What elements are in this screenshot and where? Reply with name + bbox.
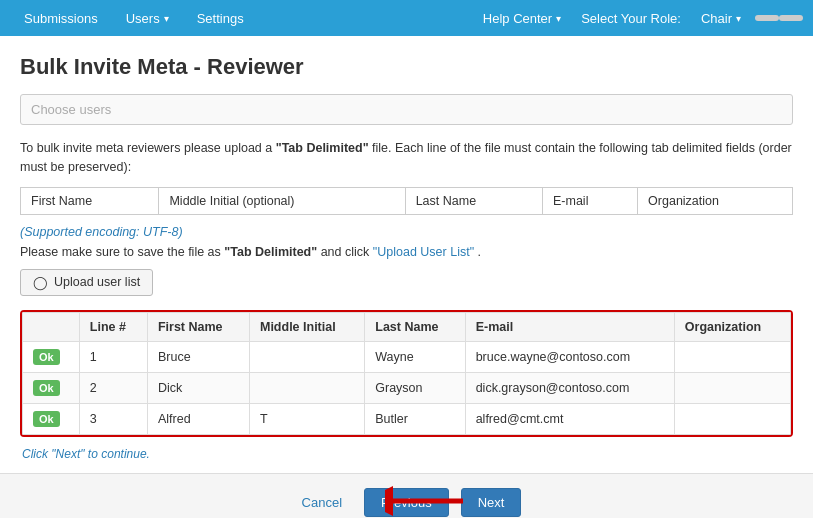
col-header: Organization (674, 312, 790, 341)
col-header: E-mail (465, 312, 674, 341)
tab-delimited-bold2: "Tab Delimited" (224, 245, 317, 259)
table-cell: 1 (79, 341, 147, 372)
field-cell: First Name (21, 187, 159, 214)
table-row: Ok3AlfredTButleralfred@cmt.cmt (23, 403, 791, 434)
table-cell: Dick (147, 372, 249, 403)
upload-user-list-button[interactable]: ◯ Upload user list (20, 269, 153, 296)
main-content: Bulk Invite Meta - Reviewer Choose users… (0, 36, 813, 461)
table-cell: alfred@cmt.cmt (465, 403, 674, 434)
table-cell (674, 341, 790, 372)
table-cell: 2 (79, 372, 147, 403)
field-cell: Last Name (405, 187, 542, 214)
nav-help-center[interactable]: Help Center ▾ (469, 3, 575, 34)
col-header (23, 312, 80, 341)
status-badge: Ok (33, 411, 60, 427)
field-cell: E-mail (542, 187, 637, 214)
table-cell: 3 (79, 403, 147, 434)
next-button[interactable]: Next (461, 488, 522, 517)
table-cell (249, 372, 364, 403)
fields-table: First NameMiddle Initial (optional)Last … (20, 187, 793, 215)
nav-submissions[interactable]: Submissions (10, 3, 112, 34)
data-table: Line #First NameMiddle InitialLast NameE… (22, 312, 791, 435)
tab-delimited-bold: "Tab Delimited" (276, 141, 369, 155)
table-cell: T (249, 403, 364, 434)
encoding-text: (Supported encoding: UTF-8) (20, 225, 793, 239)
upload-icon: ◯ (33, 275, 48, 290)
col-header: First Name (147, 312, 249, 341)
table-header: Line #First NameMiddle InitialLast NameE… (23, 312, 791, 341)
field-cell: Organization (638, 187, 793, 214)
user-pill-1[interactable] (755, 15, 779, 21)
table-cell (249, 341, 364, 372)
table-body: Ok1BruceWaynebruce.wayne@contoso.comOk2D… (23, 341, 791, 434)
table-cell (674, 403, 790, 434)
table-row: Ok2DickGraysondick.grayson@contoso.com (23, 372, 791, 403)
navbar: Submissions Users ▾ Settings Help Center… (0, 0, 813, 36)
table-cell: Grayson (365, 372, 465, 403)
instruction-text: To bulk invite meta reviewers please upl… (20, 139, 793, 177)
table-cell: Bruce (147, 341, 249, 372)
help-caret-icon: ▾ (556, 13, 561, 24)
status-badge: Ok (33, 380, 60, 396)
status-badge: Ok (33, 349, 60, 365)
table-cell: Wayne (365, 341, 465, 372)
next-arrow-indicator (385, 479, 465, 519)
table-cell: dick.grayson@contoso.com (465, 372, 674, 403)
page-title: Bulk Invite Meta - Reviewer (20, 54, 793, 80)
footer-bar: Cancel Previous Next (0, 473, 813, 519)
col-header: Middle Initial (249, 312, 364, 341)
save-instruction: Please make sure to save the file as "Ta… (20, 245, 793, 259)
table-row: Ok1BruceWaynebruce.wayne@contoso.com (23, 341, 791, 372)
col-header: Line # (79, 312, 147, 341)
field-cell: Middle Initial (optional) (159, 187, 405, 214)
nav-users[interactable]: Users ▾ (112, 3, 183, 34)
table-cell (674, 372, 790, 403)
choose-users-input[interactable]: Choose users (20, 94, 793, 125)
nav-settings[interactable]: Settings (183, 3, 258, 34)
users-caret-icon: ▾ (164, 13, 169, 24)
upload-user-list-link[interactable]: "Upload User List" (373, 245, 474, 259)
col-header: Last Name (365, 312, 465, 341)
role-label: Select Your Role: (575, 11, 687, 26)
data-table-wrapper: Line #First NameMiddle InitialLast NameE… (20, 310, 793, 437)
next-hint: Click "Next" to continue. (20, 447, 793, 461)
table-cell: Alfred (147, 403, 249, 434)
table-cell: bruce.wayne@contoso.com (465, 341, 674, 372)
cancel-button[interactable]: Cancel (292, 489, 352, 516)
user-pill-2[interactable] (779, 15, 803, 21)
role-caret-icon: ▾ (736, 13, 741, 24)
nav-role[interactable]: Chair ▾ (687, 3, 755, 34)
table-cell: Butler (365, 403, 465, 434)
